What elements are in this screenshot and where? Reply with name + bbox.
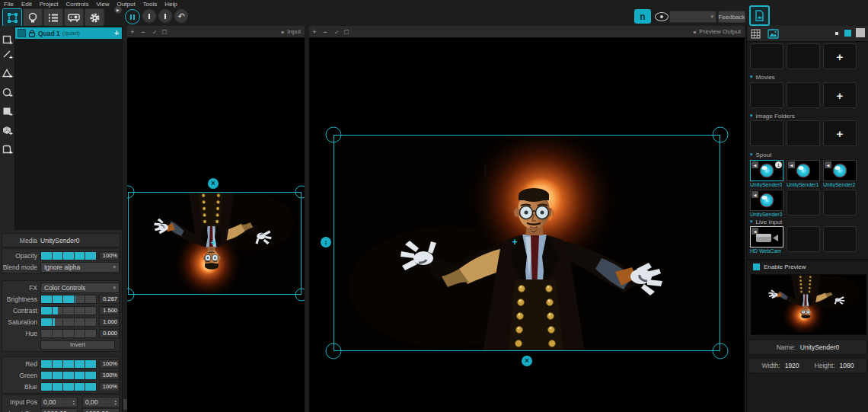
menu-project[interactable]: Project [40, 1, 59, 8]
spinner-arrows-icon[interactable]: ▴▾ [114, 399, 116, 405]
corner-handle[interactable] [295, 186, 305, 199]
menu-help[interactable]: Help [164, 1, 177, 8]
spout-section-header[interactable]: ▾ Spout [750, 151, 771, 158]
green-value[interactable]: 100% [99, 371, 120, 380]
output-select[interactable]: ▾ [669, 11, 716, 23]
blue-value[interactable]: 100% [99, 382, 120, 391]
corner-handle[interactable] [713, 127, 729, 143]
input-canvas[interactable]: × + [127, 38, 305, 412]
movies-section-header[interactable]: ▾ Movies [750, 73, 775, 81]
contrast-value[interactable]: 1.500 [99, 306, 120, 315]
menu-tools[interactable]: Tools [143, 1, 158, 8]
blend-mode-select[interactable]: Ignore alpha ▾ [40, 262, 120, 273]
preview-canvas[interactable]: × + [309, 38, 745, 412]
hue-slider[interactable] [40, 329, 97, 338]
media-slot-empty[interactable] [823, 226, 857, 252]
input-size-x-field[interactable]: 1920,00 ▴▾ [40, 408, 78, 412]
zoom-out-icon[interactable]: − [320, 28, 330, 36]
opacity-value[interactable]: 100% [99, 251, 120, 260]
list-tool-button[interactable] [43, 8, 63, 27]
add-image-folder-button[interactable]: + [823, 120, 857, 146]
layer-visibility-checkbox[interactable] [18, 29, 26, 37]
pause-button[interactable] [125, 9, 140, 24]
settings-tool-button[interactable] [85, 8, 104, 27]
input-pos-y-field[interactable]: 0,00 ▴▾ [82, 397, 120, 407]
thumb-size-large[interactable] [856, 28, 865, 37]
add-layer-button[interactable]: + [114, 29, 119, 37]
enable-preview-checkbox[interactable] [753, 263, 760, 270]
feedback-button[interactable]: Feedback [718, 11, 745, 23]
delete-point-handle[interactable]: × [522, 356, 532, 366]
media-slot-empty[interactable] [787, 226, 820, 252]
media-slot-empty[interactable] [750, 82, 783, 108]
fit-view-icon[interactable]: ↔ [148, 25, 160, 37]
menu-controls[interactable]: Controls [66, 1, 89, 8]
zoom-in-icon[interactable]: + [127, 28, 138, 36]
preview-selection-rect[interactable] [333, 135, 720, 351]
grid-view-icon[interactable] [751, 29, 761, 39]
media-slot-empty[interactable] [787, 120, 820, 146]
menu-view[interactable]: View [96, 1, 109, 8]
contrast-slider[interactable] [40, 306, 97, 315]
zoom-out-icon[interactable]: − [138, 28, 148, 36]
reset-view-icon[interactable]: □ [159, 28, 170, 36]
corner-handle[interactable] [326, 343, 342, 359]
image-folders-section-header[interactable]: ▾ Image Folders [750, 112, 795, 120]
fx-select[interactable]: Color Controls ▾ [40, 283, 120, 293]
live-input-webcam[interactable]: ◀ [750, 226, 783, 248]
media-slot-empty[interactable] [787, 43, 820, 69]
input-size-y-field[interactable]: 1080,00 ▴▾ [82, 408, 120, 412]
media-slot-empty[interactable] [750, 120, 783, 146]
thumb-size-medium[interactable] [844, 30, 851, 37]
menu-edit[interactable]: Edit [21, 1, 32, 8]
hue-value[interactable]: 0.000 [99, 329, 120, 338]
fit-view-icon[interactable]: ↔ [330, 25, 342, 37]
edge-handle[interactable] [321, 237, 331, 248]
spinner-arrows-icon[interactable]: ▴▾ [72, 399, 75, 405]
projector-tool-button[interactable] [64, 8, 84, 27]
step-forward-button[interactable] [158, 9, 172, 23]
enable-preview-row[interactable]: Enable Preview [753, 263, 806, 270]
layer-row-quad1[interactable]: Quad 1 (quad) + [15, 27, 122, 39]
menu-file[interactable]: File [4, 1, 14, 8]
notch-button[interactable]: n [634, 9, 651, 24]
brightness-slider[interactable] [40, 295, 97, 304]
add-movie-button[interactable]: + [823, 82, 857, 108]
spout-source-unitysender0[interactable]: ◀ 1 [750, 160, 783, 181]
add-image-button[interactable]: + [823, 43, 857, 69]
add-triangle-tool[interactable]: + [0, 64, 14, 83]
spout-source-unitysender3[interactable]: ◀ [750, 190, 783, 211]
reset-view-icon[interactable]: □ [341, 28, 352, 36]
visibility-toggle[interactable] [655, 12, 669, 21]
media-slot-empty[interactable] [750, 43, 783, 69]
quad-tool-button[interactable] [2, 8, 22, 27]
lamp-tool-button[interactable] [23, 8, 43, 27]
media-panel-button[interactable] [749, 5, 770, 26]
add-mask-tool[interactable]: + [0, 102, 14, 121]
collapse-transport-button[interactable]: ▶ [114, 6, 122, 14]
saturation-value[interactable]: 1.000 [99, 318, 120, 327]
green-slider[interactable] [40, 371, 97, 380]
thumbnail-view-icon[interactable] [767, 29, 779, 39]
brightness-value[interactable]: 0.267 [99, 295, 120, 304]
invert-button[interactable]: Invert [40, 340, 115, 350]
red-value[interactable]: 100% [99, 359, 120, 369]
undo-button[interactable]: ↶ [174, 9, 188, 23]
zoom-in-icon[interactable]: + [309, 28, 320, 36]
add-3d-object-tool[interactable]: + [0, 121, 14, 140]
media-slot-empty[interactable] [787, 190, 820, 216]
add-bezier-tool[interactable]: + [0, 140, 14, 159]
opacity-slider[interactable] [40, 251, 97, 260]
live-input-section-header[interactable]: ▾ Live Input [750, 218, 782, 225]
input-pos-x-field[interactable]: 0,00 ▴▾ [40, 397, 78, 407]
add-circle-tool[interactable]: + [0, 83, 14, 102]
media-slot-empty[interactable] [787, 82, 820, 108]
corner-handle[interactable] [295, 289, 305, 302]
thumb-size-small[interactable] [835, 32, 838, 35]
corner-handle[interactable] [713, 343, 729, 359]
corner-handle[interactable] [326, 127, 342, 143]
blue-slider[interactable] [40, 382, 97, 391]
media-slot-empty[interactable] [823, 190, 857, 216]
red-slider[interactable] [40, 359, 97, 369]
spout-source-unitysender1[interactable]: ◀ [787, 160, 820, 181]
